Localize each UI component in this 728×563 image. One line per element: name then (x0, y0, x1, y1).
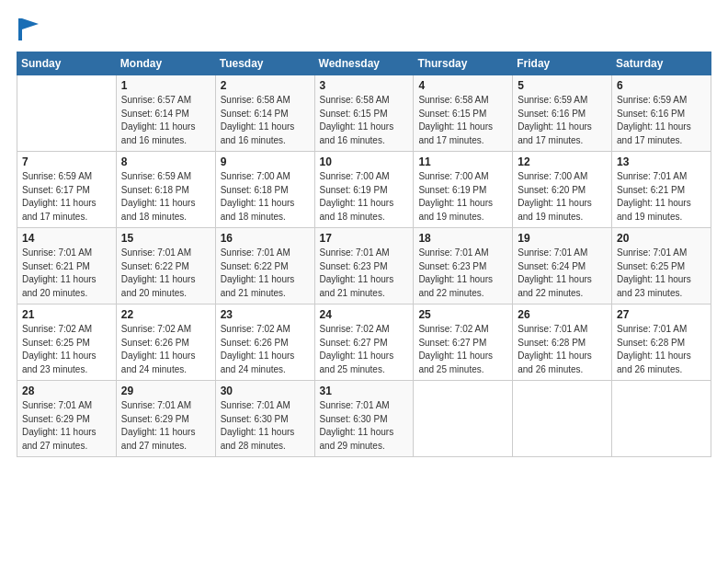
day-info: Sunrise: 7:01 AM Sunset: 6:29 PM Dayligh… (121, 399, 210, 453)
calendar-cell: 2Sunrise: 6:58 AM Sunset: 6:14 PM Daylig… (215, 75, 314, 152)
day-info: Sunrise: 6:59 AM Sunset: 6:17 PM Dayligh… (22, 170, 111, 224)
day-number: 17 (320, 232, 409, 245)
calendar-cell: 16Sunrise: 7:01 AM Sunset: 6:22 PM Dayli… (215, 228, 314, 304)
weekday-header: Tuesday (215, 52, 314, 75)
calendar-cell (513, 381, 612, 457)
day-number: 3 (320, 79, 409, 92)
day-info: Sunrise: 6:59 AM Sunset: 6:18 PM Dayligh… (121, 170, 210, 224)
day-number: 6 (617, 79, 706, 92)
calendar-cell: 18Sunrise: 7:01 AM Sunset: 6:23 PM Dayli… (414, 228, 513, 304)
day-number: 4 (418, 79, 507, 92)
weekday-header: Monday (116, 52, 215, 75)
day-info: Sunrise: 6:58 AM Sunset: 6:14 PM Dayligh… (221, 94, 310, 147)
calendar-week-row: 14Sunrise: 7:01 AM Sunset: 6:21 PM Dayli… (17, 228, 711, 304)
calendar-cell: 21Sunrise: 7:02 AM Sunset: 6:25 PM Dayli… (17, 304, 117, 381)
day-info: Sunrise: 7:00 AM Sunset: 6:19 PM Dayligh… (418, 170, 507, 224)
calendar-cell: 5Sunrise: 6:59 AM Sunset: 6:16 PM Daylig… (513, 75, 612, 152)
day-info: Sunrise: 7:01 AM Sunset: 6:28 PM Dayligh… (518, 323, 607, 376)
weekday-header-row: SundayMondayTuesdayWednesdayThursdayFrid… (17, 52, 711, 75)
calendar-cell: 29Sunrise: 7:01 AM Sunset: 6:29 PM Dayli… (116, 381, 215, 457)
day-number: 1 (121, 79, 210, 92)
day-number: 23 (221, 308, 310, 321)
day-info: Sunrise: 6:57 AM Sunset: 6:14 PM Dayligh… (121, 94, 210, 147)
day-info: Sunrise: 6:58 AM Sunset: 6:15 PM Dayligh… (320, 94, 409, 147)
calendar-week-row: 7Sunrise: 6:59 AM Sunset: 6:17 PM Daylig… (17, 152, 711, 228)
day-info: Sunrise: 7:01 AM Sunset: 6:22 PM Dayligh… (121, 247, 210, 300)
day-info: Sunrise: 7:00 AM Sunset: 6:18 PM Dayligh… (221, 170, 310, 224)
calendar-cell: 28Sunrise: 7:01 AM Sunset: 6:29 PM Dayli… (17, 381, 117, 457)
day-info: Sunrise: 7:01 AM Sunset: 6:21 PM Dayligh… (617, 170, 706, 224)
day-number: 21 (22, 308, 111, 321)
day-info: Sunrise: 7:02 AM Sunset: 6:26 PM Dayligh… (121, 323, 210, 376)
calendar-cell: 15Sunrise: 7:01 AM Sunset: 6:22 PM Dayli… (116, 228, 215, 304)
weekday-header: Thursday (414, 52, 513, 75)
day-number: 13 (617, 155, 706, 168)
day-number: 20 (617, 232, 706, 245)
day-number: 29 (121, 385, 210, 397)
day-info: Sunrise: 7:01 AM Sunset: 6:22 PM Dayligh… (221, 247, 310, 300)
day-info: Sunrise: 6:59 AM Sunset: 6:16 PM Dayligh… (518, 94, 607, 147)
day-number: 18 (418, 232, 507, 245)
day-info: Sunrise: 7:02 AM Sunset: 6:26 PM Dayligh… (221, 323, 310, 376)
calendar-cell: 22Sunrise: 7:02 AM Sunset: 6:26 PM Dayli… (116, 304, 215, 381)
day-info: Sunrise: 7:01 AM Sunset: 6:21 PM Dayligh… (22, 247, 111, 300)
logo-icon (17, 17, 42, 42)
calendar-week-row: 21Sunrise: 7:02 AM Sunset: 6:25 PM Dayli… (17, 304, 711, 381)
day-number: 19 (518, 232, 607, 245)
calendar-cell: 27Sunrise: 7:01 AM Sunset: 6:28 PM Dayli… (612, 304, 711, 381)
weekday-header: Saturday (612, 52, 711, 75)
calendar-cell: 9Sunrise: 7:00 AM Sunset: 6:18 PM Daylig… (215, 152, 314, 228)
day-info: Sunrise: 7:01 AM Sunset: 6:23 PM Dayligh… (320, 247, 409, 300)
day-number: 12 (518, 155, 607, 168)
calendar-cell: 6Sunrise: 6:59 AM Sunset: 6:16 PM Daylig… (612, 75, 711, 152)
svg-marker-2 (22, 18, 39, 29)
calendar-cell: 8Sunrise: 6:59 AM Sunset: 6:18 PM Daylig… (116, 152, 215, 228)
calendar-cell: 23Sunrise: 7:02 AM Sunset: 6:26 PM Dayli… (215, 304, 314, 381)
page: SundayMondayTuesdayWednesdayThursdayFrid… (0, 0, 728, 563)
calendar-cell: 1Sunrise: 6:57 AM Sunset: 6:14 PM Daylig… (116, 75, 215, 152)
calendar-cell: 24Sunrise: 7:02 AM Sunset: 6:27 PM Dayli… (314, 304, 414, 381)
calendar-week-row: 1Sunrise: 6:57 AM Sunset: 6:14 PM Daylig… (17, 75, 711, 152)
weekday-header: Sunday (17, 52, 117, 75)
calendar-cell: 31Sunrise: 7:01 AM Sunset: 6:30 PM Dayli… (314, 381, 414, 457)
weekday-header: Friday (513, 52, 612, 75)
calendar-cell: 25Sunrise: 7:02 AM Sunset: 6:27 PM Dayli… (414, 304, 513, 381)
day-info: Sunrise: 7:01 AM Sunset: 6:30 PM Dayligh… (320, 399, 409, 453)
day-info: Sunrise: 7:02 AM Sunset: 6:27 PM Dayligh… (320, 323, 409, 376)
day-number: 2 (221, 79, 310, 92)
calendar-cell: 3Sunrise: 6:58 AM Sunset: 6:15 PM Daylig… (314, 75, 414, 152)
calendar-cell: 7Sunrise: 6:59 AM Sunset: 6:17 PM Daylig… (17, 152, 117, 228)
calendar-cell (17, 75, 117, 152)
day-number: 10 (320, 155, 409, 168)
day-number: 27 (617, 308, 706, 321)
day-number: 14 (22, 232, 111, 245)
calendar-cell: 10Sunrise: 7:00 AM Sunset: 6:19 PM Dayli… (314, 152, 414, 228)
day-info: Sunrise: 7:01 AM Sunset: 6:28 PM Dayligh… (617, 323, 706, 376)
calendar-cell: 14Sunrise: 7:01 AM Sunset: 6:21 PM Dayli… (17, 228, 117, 304)
calendar-cell: 12Sunrise: 7:00 AM Sunset: 6:20 PM Dayli… (513, 152, 612, 228)
calendar-cell: 4Sunrise: 6:58 AM Sunset: 6:15 PM Daylig… (414, 75, 513, 152)
calendar-table: SundayMondayTuesdayWednesdayThursdayFrid… (17, 52, 711, 457)
calendar-cell (414, 381, 513, 457)
day-info: Sunrise: 7:01 AM Sunset: 6:30 PM Dayligh… (221, 399, 310, 453)
calendar-cell: 19Sunrise: 7:01 AM Sunset: 6:24 PM Dayli… (513, 228, 612, 304)
day-number: 5 (518, 79, 607, 92)
calendar-cell: 13Sunrise: 7:01 AM Sunset: 6:21 PM Dayli… (612, 152, 711, 228)
day-number: 22 (121, 308, 210, 321)
calendar-week-row: 28Sunrise: 7:01 AM Sunset: 6:29 PM Dayli… (17, 381, 711, 457)
day-info: Sunrise: 6:58 AM Sunset: 6:15 PM Dayligh… (418, 94, 507, 147)
day-number: 15 (121, 232, 210, 245)
calendar-cell: 17Sunrise: 7:01 AM Sunset: 6:23 PM Dayli… (314, 228, 414, 304)
calendar-cell: 11Sunrise: 7:00 AM Sunset: 6:19 PM Dayli… (414, 152, 513, 228)
calendar-cell: 20Sunrise: 7:01 AM Sunset: 6:25 PM Dayli… (612, 228, 711, 304)
day-number: 8 (121, 155, 210, 168)
day-info: Sunrise: 7:01 AM Sunset: 6:25 PM Dayligh… (617, 247, 706, 300)
day-number: 16 (221, 232, 310, 245)
calendar-cell: 26Sunrise: 7:01 AM Sunset: 6:28 PM Dayli… (513, 304, 612, 381)
day-info: Sunrise: 6:59 AM Sunset: 6:16 PM Dayligh… (617, 94, 706, 147)
day-info: Sunrise: 7:01 AM Sunset: 6:23 PM Dayligh… (418, 247, 507, 300)
day-number: 7 (22, 155, 111, 168)
day-number: 30 (221, 385, 310, 397)
day-info: Sunrise: 7:02 AM Sunset: 6:27 PM Dayligh… (418, 323, 507, 376)
calendar-cell: 30Sunrise: 7:01 AM Sunset: 6:30 PM Dayli… (215, 381, 314, 457)
